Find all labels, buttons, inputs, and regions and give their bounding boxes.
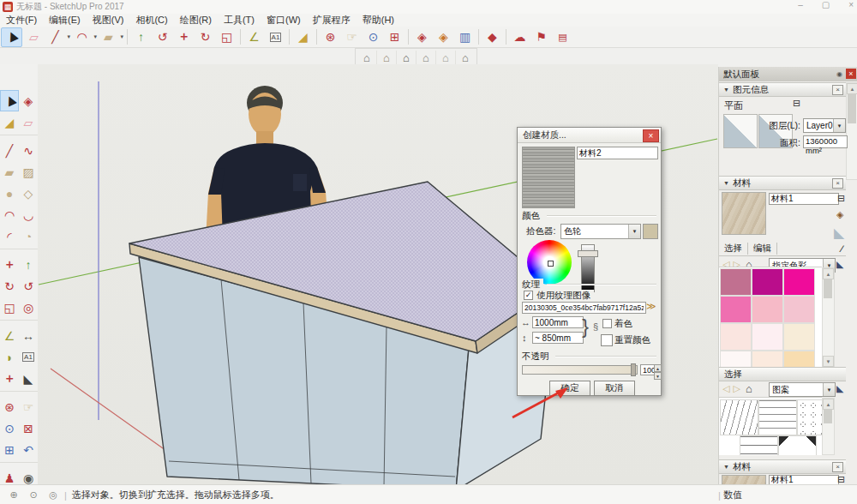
rectangle-tool[interactable]: ▰ (0, 161, 19, 183)
tray-close-button[interactable]: × (846, 69, 856, 79)
text-tool-button[interactable]: A1 (266, 28, 285, 46)
swatch[interactable] (720, 268, 752, 296)
texture-width-input[interactable] (532, 316, 584, 328)
pattern-zigzag[interactable] (720, 399, 758, 435)
3d-text-tool[interactable]: ◣ (19, 368, 38, 389)
zoom-tool[interactable]: ⊙ (0, 417, 19, 439)
swatch[interactable] (752, 268, 783, 296)
use-texture-checkbox[interactable]: ✓ (524, 291, 533, 300)
tray-header[interactable]: 默认面板 ◉ × (719, 67, 857, 81)
pattern-cobblestone[interactable] (797, 399, 822, 435)
swatch[interactable] (783, 296, 815, 323)
swatch[interactable] (783, 268, 815, 296)
rotated-rectangle-tool[interactable]: ▨ (19, 161, 38, 183)
scroll-down-icon[interactable]: ▼ (823, 356, 834, 367)
create-material-icon[interactable]: ◈ (836, 209, 843, 220)
eyedropper-icon[interactable]: ∕ (841, 243, 842, 254)
view-iso-button[interactable]: ⌂ (357, 51, 377, 65)
secondary-pane-icon[interactable]: ⊟ (837, 193, 845, 204)
material-name-input[interactable] (577, 147, 658, 159)
pattern-collection-dropdown[interactable]: 图案 ▼ (769, 382, 836, 397)
swatch[interactable] (783, 323, 815, 351)
materials-close[interactable]: × (832, 178, 843, 189)
menu-window[interactable]: 窗口(W) (261, 14, 307, 27)
pan-tool[interactable]: ☞ (19, 396, 38, 417)
opacity-slider-thumb[interactable] (631, 363, 636, 376)
counter-model[interactable] (129, 182, 556, 484)
orbit-tool[interactable]: ⊛ (0, 396, 19, 417)
scale-tool-button[interactable]: ◱ (217, 28, 237, 46)
warehouse-button[interactable]: ☁ (510, 28, 530, 46)
face-front-thumbnail[interactable] (723, 114, 758, 148)
opacity-slider-track[interactable] (522, 365, 638, 375)
geolocation-button[interactable]: ⚑ (531, 28, 551, 46)
previous-view-tool[interactable]: ↶ (19, 439, 38, 460)
menu-tools[interactable]: 工具(T) (218, 14, 261, 27)
freehand-tool[interactable]: ∿ (19, 140, 38, 161)
swatch[interactable] (783, 351, 815, 368)
layout-export-button[interactable]: ▥ (455, 28, 475, 46)
select-tool[interactable]: ▶ (0, 90, 19, 111)
swatch[interactable] (720, 323, 752, 351)
menu-file[interactable]: 文件(F) (0, 14, 43, 27)
minimize-button[interactable]: – (798, 0, 803, 9)
orbit-tool-button[interactable]: ⊛ (321, 28, 340, 46)
menu-extensions[interactable]: 扩展程序 (307, 14, 357, 27)
material-name-input[interactable] (769, 193, 839, 205)
make-component-tool[interactable]: ◈ (19, 90, 38, 111)
colorize-checkbox[interactable] (602, 319, 612, 328)
two-point-arc-tool[interactable]: ◡ (19, 204, 38, 225)
tray-scrollbar[interactable]: ▲ (846, 82, 857, 180)
view-back-button[interactable]: ⌂ (436, 51, 456, 65)
view-top-button[interactable]: ⌂ (377, 51, 397, 65)
menu-draw[interactable]: 绘图(R) (174, 14, 218, 27)
picker-dropdown[interactable]: 色轮 ▼ (560, 224, 641, 239)
scroll-up-icon[interactable]: ▲ (823, 399, 834, 410)
scale-tool[interactable]: ◱ (0, 297, 19, 318)
tape-measure-tool[interactable]: ∠ (0, 325, 19, 346)
dropdown-arrow-icon[interactable]: ▼ (823, 383, 835, 396)
scroll-thumb[interactable] (824, 410, 832, 423)
pushpull-tool[interactable]: ↑ (19, 254, 38, 275)
dialog-title-bar[interactable]: 创建材质... (518, 128, 661, 143)
geolocation-status-icon[interactable]: ⊕ (8, 489, 20, 501)
component-tool-button[interactable]: ◈ (412, 28, 432, 46)
axes-tool[interactable]: ＋ (0, 368, 19, 389)
reset-color-button[interactable] (601, 334, 613, 346)
zoom-extents-button[interactable]: ⊞ (385, 28, 405, 46)
move-tool[interactable]: ＋ (0, 254, 19, 275)
dropdown-arrow-icon[interactable]: ▾ (93, 33, 97, 40)
line-tool-button[interactable]: ╱▾ (45, 28, 65, 46)
aspect-lock-chain-icon[interactable]: § (593, 321, 598, 332)
sketchup-gem-button[interactable]: ◆ (482, 28, 502, 46)
dropdown-arrow-icon[interactable]: ▾ (120, 33, 123, 40)
protractor-tool[interactable]: ◗ (0, 346, 19, 368)
paint-sample-icon[interactable]: ◣ (836, 259, 843, 270)
materials2-close[interactable]: × (832, 462, 843, 472)
arc-tool-button[interactable]: ◠▾ (72, 28, 92, 46)
component-options-button[interactable]: ◈ (434, 28, 453, 46)
swatch[interactable] (720, 351, 752, 368)
pan-tool-button[interactable]: ☞ (342, 28, 362, 46)
texture-height-input[interactable] (532, 332, 584, 344)
scroll-up-icon[interactable]: ▲ (823, 268, 834, 279)
text-tool[interactable]: A1 (19, 346, 38, 368)
swatch[interactable] (752, 323, 783, 351)
scroll-thumb[interactable] (824, 279, 832, 298)
eraser-tool-button[interactable]: ▱ (24, 28, 44, 46)
paint-bucket-button[interactable]: ◢ (293, 28, 313, 46)
select-tool-button[interactable]: ▶ (1, 27, 22, 47)
view-right-button[interactable]: ⌂ (417, 51, 436, 65)
tab-edit[interactable]: 编辑 (748, 243, 777, 255)
scroll-up-icon[interactable]: ▲ (847, 83, 857, 94)
collapse-icon[interactable]: ▼ (723, 180, 729, 186)
rotate-tool[interactable]: ↻ (0, 275, 19, 297)
collapse-icon[interactable]: ▼ (723, 464, 729, 470)
move-tool-button[interactable]: ＋ (174, 28, 194, 46)
entity-toggle-icon[interactable]: ⊟ (793, 98, 800, 109)
close-button[interactable]: × (848, 0, 854, 9)
pattern-tile[interactable] (740, 435, 778, 455)
followme-tool[interactable]: ↺ (19, 275, 38, 297)
zoom-extents-tool[interactable]: ⊞ (0, 439, 19, 460)
brightness-slider-handle[interactable] (578, 250, 598, 257)
